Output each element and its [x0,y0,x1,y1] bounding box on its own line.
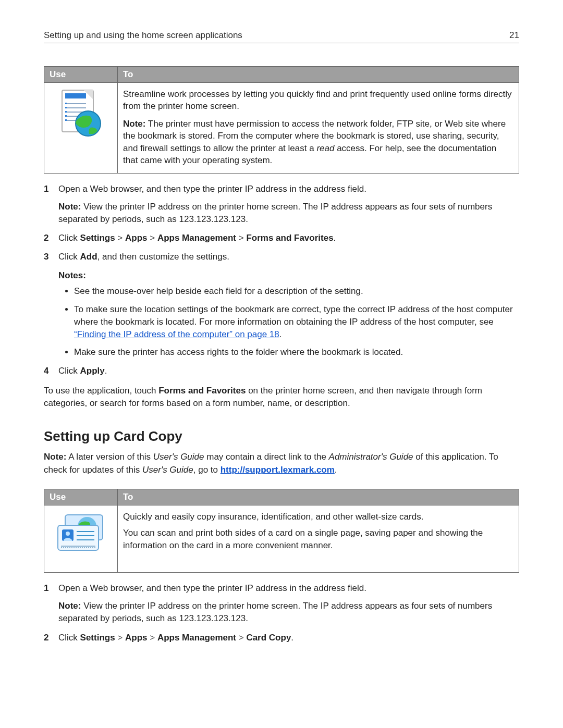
header-rule [44,43,519,43]
page-number: 21 [509,30,519,41]
svg-rect-8 [65,103,67,104]
step2-1: 1 Open a Web browser, and then type the … [44,582,519,625]
step2-2: 2 Click Settings > Apps > Apps Managemen… [44,632,519,644]
running-header: Setting up and using the home screen app… [44,30,519,41]
table2-header-to: To [118,489,519,505]
finding-ip-link[interactable]: “Finding the IP address of the computer”… [74,329,279,339]
table1-p1: Streamline work processes by letting you… [123,88,513,113]
document-page: Setting up and using the home screen app… [0,0,563,683]
card-copy-note: Note: A later version of this User's Gui… [44,451,519,476]
bullet-2: To make sure the location settings of th… [74,303,519,341]
header-title: Setting up and using the home screen app… [44,30,242,41]
steps-list-2: 1 Open a Web browser, and then type the … [44,582,519,644]
card-copy-icon-cell [44,505,118,572]
svg-rect-12 [65,119,67,121]
forms-favorites-table: Use To [44,66,519,174]
step-2: 2 Click Settings > Apps > Apps Managemen… [44,232,519,244]
svg-rect-2 [65,93,86,98]
section-heading-card-copy: Setting up Card Copy [44,428,519,445]
steps-list-1: 1 Open a Web browser, and then type the … [44,183,519,378]
step-3: 3 Click Add, and then customize the sett… [44,251,519,359]
table-header-use: Use [44,67,118,83]
bullet-1: See the mouse-over help beside each fiel… [74,285,519,298]
table-header-to: To [118,67,519,83]
bullet-3: Make sure the printer has access rights … [74,346,519,359]
step-4: 4 Click Apply. [44,365,519,377]
table2-header-use: Use [44,489,118,505]
table2-p2: You can scan and print both sides of a c… [123,527,513,551]
card-copy-description: Quickly and easily copy insurance, ident… [118,505,519,572]
card-copy-table: Use To [44,489,519,573]
svg-rect-9 [65,107,67,108]
forms-favorites-icon-cell [44,83,118,174]
svg-point-19 [66,532,70,536]
svg-rect-10 [65,111,67,113]
form-globe-icon [58,89,104,142]
step-1: 1 Open a Web browser, and then type the … [44,183,519,226]
table1-note: Note: The printer must have permission t… [123,118,513,167]
forms-favorites-description: Streamline work processes by letting you… [118,83,519,174]
step2-1-note: Note: View the printer IP address on the… [58,600,519,625]
usage-paragraph: To use the application, touch Forms and … [44,385,519,410]
notes-label: Notes: [58,269,519,282]
id-card-icon [55,512,107,557]
svg-rect-11 [65,115,67,117]
support-link[interactable]: http://support.lexmark.com [221,465,335,475]
table2-p1: Quickly and easily copy insurance, ident… [123,511,513,523]
step-1-note: Note: View the printer IP address on the… [58,201,519,226]
notes-bullets: See the mouse-over help beside each fiel… [62,285,519,359]
